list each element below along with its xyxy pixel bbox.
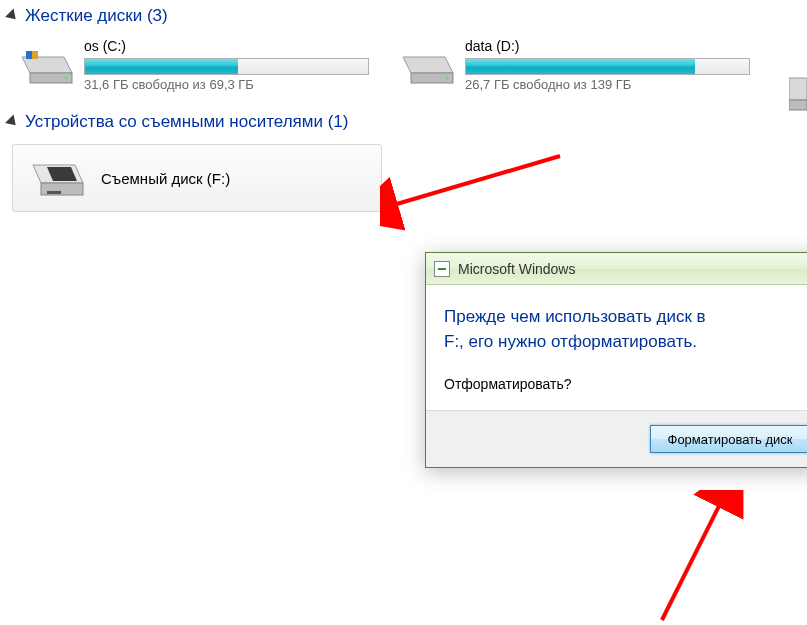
svg-point-4: [65, 77, 68, 80]
partial-drive-icon: [789, 68, 807, 114]
removable-disk-label: Съемный диск (F:): [101, 170, 230, 187]
hard-drives-row: os (C:) 31,6 ГБ свободно из 69,3 ГБ data…: [0, 32, 807, 106]
drive-d-capacity-fill: [466, 59, 695, 74]
dialog-system-icon: [434, 261, 450, 277]
hard-disk-icon: [399, 43, 457, 87]
drive-c-label: os (C:): [84, 38, 369, 56]
svg-line-11: [662, 500, 722, 620]
drive-d-free-text: 26,7 ГБ свободно из 139 ГБ: [465, 77, 750, 92]
dialog-body: Прежде чем использовать диск в F:, его н…: [426, 285, 807, 410]
dialog-message-line1: Прежде чем использовать диск в: [444, 307, 706, 326]
removable-section: Устройства со съемными носителями (1) Съ…: [0, 106, 807, 218]
svg-rect-2: [26, 51, 32, 59]
hard-drives-section: Жесткие диски (3) os (C:) 31,6 Г: [0, 0, 807, 106]
drive-c-info: os (C:) 31,6 ГБ свободно из 69,3 ГБ: [84, 38, 369, 92]
dialog-title: Microsoft Windows: [458, 261, 575, 277]
svg-rect-3: [32, 51, 38, 59]
svg-point-6: [446, 77, 449, 80]
dialog-question: Отформатировать?: [444, 376, 806, 392]
hard-disk-icon: [18, 43, 76, 87]
dialog-button-bar: Форматировать диск: [426, 410, 807, 467]
dialog-message-line2: F:, его нужно отформатировать.: [444, 332, 697, 351]
svg-rect-7: [789, 100, 807, 110]
annotation-arrow-2: [612, 490, 772, 625]
drive-d-capacity-bar: [465, 58, 750, 75]
removable-title: Устройства со съемными носителями (1): [25, 112, 348, 132]
format-dialog: Microsoft Windows Прежде чем использоват…: [425, 252, 807, 468]
removable-row: Съемный диск (F:): [0, 138, 807, 218]
dialog-message: Прежде чем использовать диск в F:, его н…: [444, 305, 806, 354]
removable-disk-icon: [27, 155, 87, 201]
hard-drives-title: Жесткие диски (3): [25, 6, 168, 26]
drive-c-capacity-fill: [85, 59, 238, 74]
removable-disk-f-item[interactable]: Съемный диск (F:): [12, 144, 382, 212]
expand-arrow-icon: [5, 115, 20, 130]
dialog-titlebar[interactable]: Microsoft Windows: [426, 253, 807, 285]
drive-d-label: data (D:): [465, 38, 750, 56]
removable-header[interactable]: Устройства со съемными носителями (1): [0, 106, 807, 138]
drive-c-item[interactable]: os (C:) 31,6 ГБ свободно из 69,3 ГБ: [18, 38, 369, 92]
format-disk-button[interactable]: Форматировать диск: [650, 425, 807, 453]
hard-drives-header[interactable]: Жесткие диски (3): [0, 0, 807, 32]
drive-d-info: data (D:) 26,7 ГБ свободно из 139 ГБ: [465, 38, 750, 92]
drive-c-capacity-bar: [84, 58, 369, 75]
drive-c-free-text: 31,6 ГБ свободно из 69,3 ГБ: [84, 77, 369, 92]
expand-arrow-icon: [5, 9, 20, 24]
drive-d-item[interactable]: data (D:) 26,7 ГБ свободно из 139 ГБ: [399, 38, 750, 92]
svg-rect-9: [47, 191, 61, 194]
